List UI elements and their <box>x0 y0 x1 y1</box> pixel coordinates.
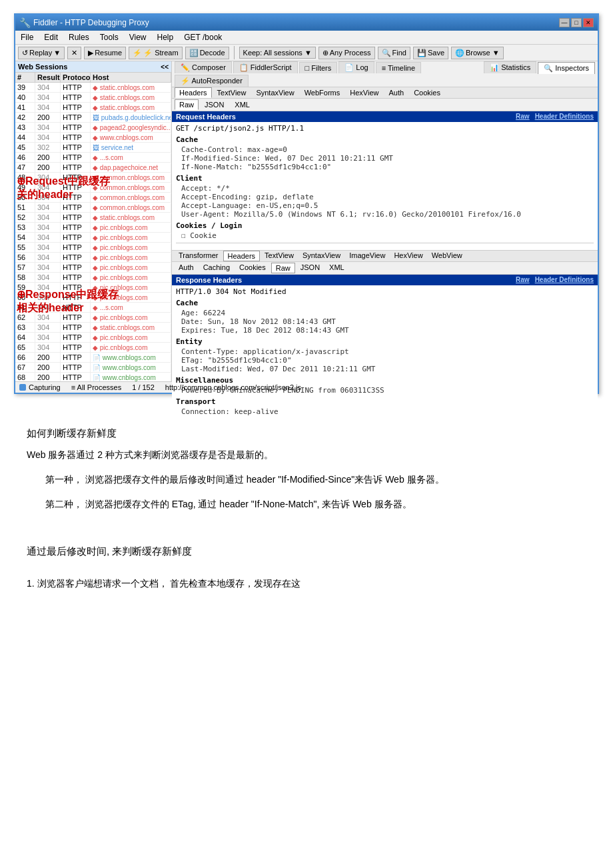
session-row[interactable]: 59 304 HTTP ◆ pic.cnblogs.com <box>15 283 171 293</box>
ttab-syntaxview[interactable]: SyntaxView <box>299 251 344 261</box>
minimize-button[interactable]: — <box>559 18 570 27</box>
session-row[interactable]: 62 304 HTTP ◆ pic.cnblogs.com <box>15 313 171 323</box>
menu-file[interactable]: File <box>18 32 36 43</box>
tab-fiddlerscript[interactable]: 📋 FiddlerScript <box>233 61 298 73</box>
itab-headers[interactable]: Headers <box>175 87 212 98</box>
title-bar: 🔧 Fiddler - HTTP Debugging Proxy — □ ✕ <box>15 15 598 31</box>
session-row[interactable]: 54 304 HTTP ◆ pic.cnblogs.com <box>15 233 171 243</box>
menu-help[interactable]: Help <box>155 32 177 43</box>
session-row[interactable]: 55 304 HTTP ◆ pic.cnblogs.com <box>15 243 171 253</box>
resp-subtab-xml[interactable]: XML <box>325 263 348 273</box>
keep-sessions-dropdown[interactable]: Keep: All sessions ▼ <box>239 47 316 59</box>
x-button[interactable]: ✕ <box>67 47 81 59</box>
itab-textview[interactable]: TextView <box>213 87 251 98</box>
ttab-hexview[interactable]: HexView <box>390 251 426 261</box>
menu-view[interactable]: View <box>127 32 149 43</box>
replay-button[interactable]: ↺ Replay ▼ <box>18 47 65 59</box>
session-row[interactable]: 52 304 HTTP ◆ static.cnblogs.com <box>15 213 171 223</box>
cell-num: 64 <box>15 333 35 342</box>
request-headers-content: GET /script/json2.js HTTP/1.1 Cache Cach… <box>172 122 598 250</box>
tab-statistics[interactable]: 📊 Statistics <box>484 61 536 73</box>
cell-protocol: HTTP <box>61 293 91 302</box>
raw-link[interactable]: Raw <box>516 113 530 121</box>
cell-host: 📄 www.cnblogs.com <box>91 373 171 382</box>
session-row[interactable]: 39 304 HTTP ◆ static.cnblogs.com <box>15 83 171 93</box>
session-row[interactable]: 40 304 HTTP ◆ static.cnblogs.com <box>15 93 171 103</box>
session-row[interactable]: 66 200 HTTP 📄 www.cnblogs.com <box>15 353 171 363</box>
resp-subtab-caching[interactable]: Caching <box>199 263 234 273</box>
session-row[interactable]: 43 304 HTTP ◆ pagead2.googlesyndic... <box>15 123 171 133</box>
ttab-imageview[interactable]: ImageView <box>345 251 389 261</box>
session-row[interactable]: 63 304 HTTP ◆ static.cnblogs.com <box>15 323 171 333</box>
session-row[interactable]: 41 304 HTTP ◆ static.cnblogs.com <box>15 103 171 113</box>
cell-result: 304 <box>35 273 61 282</box>
session-row[interactable]: 67 200 HTTP 📄 www.cnblogs.com <box>15 363 171 373</box>
save-button[interactable]: 💾 Save <box>413 47 448 59</box>
tab-filters[interactable]: □ Filters <box>299 62 338 73</box>
tab-inspectors[interactable]: 🔍 Inspectors <box>538 62 595 74</box>
ttab-textview[interactable]: TextView <box>261 251 298 261</box>
tab-composer[interactable]: ✏️ Composer <box>175 61 232 73</box>
any-process-dropdown[interactable]: ⊕ Any Process <box>318 47 375 59</box>
main-area: Web Sessions << # Result Protocol Host 3… <box>15 61 598 381</box>
session-row[interactable]: 47 200 HTTP ◆ dap.pagechoice.net <box>15 163 171 173</box>
session-row[interactable]: 56 304 HTTP ◆ pic.cnblogs.com <box>15 253 171 263</box>
session-row[interactable]: 64 304 HTTP ◆ pic.cnblogs.com <box>15 333 171 343</box>
resume-button[interactable]: ▶ Resume <box>84 47 126 59</box>
menu-edit[interactable]: Edit <box>41 32 61 43</box>
session-row[interactable]: 60 304 HTTP ◆ pic.cnblogs.com <box>15 293 171 303</box>
subtab-json[interactable]: JSON <box>200 99 229 110</box>
session-row[interactable]: 45 302 HTTP 🖼 service.net <box>15 143 171 153</box>
tab-timeline[interactable]: ≡ Timeline <box>376 62 421 73</box>
decode-button[interactable]: 🔠 Decode <box>185 47 229 59</box>
menu-get-book[interactable]: GET /book <box>181 32 225 43</box>
ttab-headers[interactable]: Headers <box>223 251 261 261</box>
cell-host: ◆ static.cnblogs.com <box>91 213 171 222</box>
itab-syntaxview[interactable]: SyntaxView <box>251 87 299 98</box>
session-row[interactable]: 42 200 HTTP 🖼 pubads.g.doubleclick.net <box>15 113 171 123</box>
resp-subtab-auth[interactable]: Auth <box>175 263 198 273</box>
browse-button[interactable]: 🌐 Browse ▼ <box>451 47 504 59</box>
close-button[interactable]: ✕ <box>583 18 594 27</box>
tab-autoresponder[interactable]: ⚡ AutoResponder <box>175 75 249 87</box>
cell-protocol: HTTP <box>61 303 91 312</box>
subtab-xml[interactable]: XML <box>230 99 255 110</box>
session-row[interactable]: 48 304 HTTP ◆ common.cnblogs.com <box>15 173 171 183</box>
ttab-transformer[interactable]: Transformer <box>175 251 223 261</box>
itab-auth[interactable]: Auth <box>384 87 409 98</box>
resp-header-definitions-link[interactable]: Header Definitions <box>535 276 594 284</box>
menu-tools[interactable]: Tools <box>97 32 121 43</box>
maximize-button[interactable]: □ <box>571 18 582 27</box>
session-row[interactable]: 49 304 HTTP ◆ common.cnblogs.com <box>15 183 171 193</box>
session-row[interactable]: 57 304 HTTP ◆ pic.cnblogs.com <box>15 263 171 273</box>
session-row[interactable]: 44 304 HTTP ◆ www.cnblogs.com <box>15 133 171 143</box>
cookies-subheader: Cookies / Login <box>176 221 594 230</box>
resp-raw-link[interactable]: Raw <box>516 276 530 284</box>
stream-button[interactable]: ⚡ ⚡ Stream <box>129 47 183 59</box>
session-row[interactable]: 50 304 HTTP ◆ common.cnblogs.com <box>15 193 171 203</box>
sessions-collapse-button[interactable]: << <box>161 63 169 71</box>
menu-rules[interactable]: Rules <box>66 32 92 43</box>
itab-hexview[interactable]: HexView <box>345 87 383 98</box>
header-definitions-link[interactable]: Header Definitions <box>535 113 594 121</box>
title-bar-left: 🔧 Fiddler - HTTP Debugging Proxy <box>19 17 149 28</box>
resp-subtab-json[interactable]: JSON <box>297 263 324 273</box>
cell-protocol: HTTP <box>61 163 91 172</box>
session-row[interactable]: 58 304 HTTP ◆ pic.cnblogs.com <box>15 273 171 283</box>
session-row[interactable]: 68 200 HTTP 📄 www.cnblogs.com <box>15 373 171 381</box>
session-row[interactable]: 53 304 HTTP ◆ pic.cnblogs.com <box>15 223 171 233</box>
find-button[interactable]: 🔍 Find <box>378 47 410 59</box>
resp-subtab-cookies[interactable]: Cookies <box>235 263 270 273</box>
ttab-webview[interactable]: WebView <box>428 251 466 261</box>
session-row[interactable]: 51 304 HTTP ◆ common.cnblogs.com <box>15 203 171 213</box>
para-web-server: Web 服务器通过 2 种方式来判断浏览器缓存是否是最新的。 <box>27 447 586 463</box>
session-row[interactable]: 61 304 HTTP ◆ ...s.com <box>15 303 171 313</box>
session-row[interactable]: 65 304 HTTP ◆ pic.cnblogs.com <box>15 343 171 353</box>
tab-log[interactable]: 📄 Log <box>338 61 374 73</box>
itab-cookies[interactable]: Cookies <box>409 87 445 98</box>
itab-webforms[interactable]: WebForms <box>300 87 345 98</box>
browse-icon: 🌐 <box>455 49 464 57</box>
session-row[interactable]: 46 200 HTTP ◆ ...s.com <box>15 153 171 163</box>
subtab-raw[interactable]: Raw <box>175 99 199 110</box>
resp-subtab-raw[interactable]: Raw <box>271 263 295 273</box>
